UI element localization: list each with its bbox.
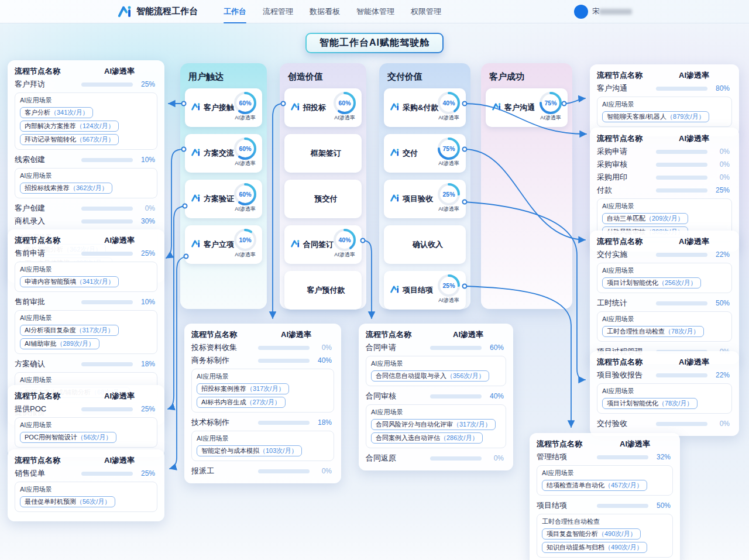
process-node-name: 提供POC: [15, 404, 81, 414]
ai-scenario-tag: AI分析项目复杂度（317次/月）: [20, 325, 119, 336]
panel-header: 流程节点名称AI渗透率: [597, 69, 732, 82]
ai-scenario-tag: 知识自动提炼与归档（490次/月）: [542, 542, 647, 553]
ai-rate-column-header: AI渗透率: [656, 357, 732, 367]
ai-rate-bar-track: [258, 469, 310, 473]
ai-rate-bar: 0%: [258, 467, 334, 475]
ai-rate-column-header: AI渗透率: [81, 66, 157, 77]
process-node-name: 采购用印: [597, 172, 656, 183]
ai-rate-bar-track: [258, 421, 310, 425]
process-node-row: 技术标制作18%: [191, 416, 334, 429]
process-node-row: 线索创建10%: [15, 153, 157, 166]
ai-scenario-tags: 智能聊天客服/机器人（879次/月）: [602, 111, 727, 122]
ai-scenario-tag-text: 内部解决方案推荐: [25, 122, 76, 129]
ai-rate-bar-track: [656, 163, 707, 167]
ai-scenario-tags: 招投标案例推荐（317次/月）AI标书内容生成（27次/月）: [197, 383, 329, 408]
ai-scenario-tags: 项目计划智能优化（78次/月）: [602, 398, 727, 409]
ai-scenario-box: AI应用场景合同风险评分与自动化评审（317次/月）合同案例入选自动评估（286…: [366, 404, 506, 448]
process-node-row: 销售促单25%: [15, 467, 157, 480]
ai-rate-value: 0%: [482, 454, 504, 462]
process-node-name: 采购申请: [597, 146, 656, 157]
ai-scenario-box-label: AI应用场景: [20, 171, 152, 180]
process-node-name: 客户创建: [15, 203, 81, 214]
ai-scenario-box: AI应用场景项目计划智能优化（78次/月）: [597, 383, 732, 414]
node-name-column-header: 流程节点名称: [597, 133, 656, 144]
ai-scenario-box-label: AI应用场景: [371, 408, 501, 417]
ai-scenario-box-label: AI应用场景: [542, 469, 668, 477]
ai-scenario-tags: 工时合理性自动检查（78次/月）: [602, 326, 727, 337]
process-node-name: 合同返原: [366, 453, 430, 463]
ai-rate-bar: 10%: [81, 156, 157, 164]
ai-scenario-tag-count: （567次/月）: [76, 136, 114, 143]
process-detail-panel-r5: 流程节点名称AI渗透率管理结项32%AI应用场景结项检查清单自动化（457次/月…: [530, 433, 680, 560]
panel-header: 流程节点名称AI渗透率: [15, 390, 157, 403]
ai-rate-bar: 25%: [656, 186, 732, 194]
process-node-row: 商务标制作40%: [191, 354, 334, 367]
ai-rate-bar-track: [81, 300, 133, 304]
ai-rate-value: 10%: [133, 156, 155, 164]
ai-scenario-tag: 最佳促单时机预测（56次/月）: [20, 496, 115, 507]
process-node-row: 采购审核0%: [597, 158, 732, 171]
ai-scenario-box-label: AI应用场景: [20, 314, 152, 322]
ai-scenario-tag: 项目计划智能优化（256次/月）: [602, 277, 701, 288]
ai-scenario-box-label: AI应用场景: [20, 96, 152, 105]
ai-rate-column-header: AI渗透率: [258, 329, 334, 340]
process-node-row: 采购用印0%: [597, 171, 732, 184]
ai-scenario-tag-text: 拜访记录智能转化: [25, 136, 76, 143]
ai-scenario-tag: 招投标案例推荐（317次/月）: [197, 383, 289, 394]
process-node-row: 售前审批10%: [15, 296, 157, 308]
ai-scenario-tag-text: 合同风险评分与自动化评审: [376, 421, 453, 428]
process-node-row: 项目结项50%: [537, 499, 673, 512]
panel-header: 流程节点名称AI渗透率: [597, 132, 732, 145]
ai-workbench-dashboard: 智能流程工作台 工作台流程管理数据看板智能体管理权限管理 宋 智能工作台AI赋能…: [0, 0, 749, 560]
ai-scenario-tag: 合同风险评分与自动化评审（317次/月）: [371, 419, 496, 430]
ai-rate-bar-track: [656, 253, 707, 257]
ai-scenario-box: AI应用场景招投标案例推荐（317次/月）AI标书内容生成（27次/月）: [191, 369, 334, 413]
ai-scenario-box: AI应用场景最佳促单时机预测（56次/月）: [15, 482, 157, 512]
ai-scenario-box: AI应用场景智能聊天客服/机器人（879次/月）: [597, 97, 732, 127]
process-node-name: 合同审核: [366, 391, 430, 401]
ai-rate-bar: 0%: [656, 173, 732, 181]
process-node-row: 报派工0%: [191, 465, 334, 477]
ai-scenario-tag: 智能定价与成本模拟（103次/月）: [197, 445, 302, 456]
ai-scenario-box: AI应用场景项目计划智能优化（256次/月）: [597, 263, 732, 293]
process-node-row: 交付验收0%: [597, 417, 732, 430]
process-node-row: 投标资料收集0%: [191, 341, 334, 354]
ai-rate-bar: 25%: [81, 469, 157, 477]
panel-header: 流程节点名称AI渗透率: [366, 328, 506, 341]
ai-scenario-tag-count: （103次/月）: [259, 447, 297, 454]
process-node-row: 提供POC25%: [15, 403, 157, 415]
ai-rate-value: 0%: [707, 147, 730, 156]
node-name-column-header: 流程节点名称: [597, 236, 656, 247]
ai-rate-bar-track: [81, 207, 133, 211]
ai-rate-value: 18%: [310, 418, 332, 427]
ai-scenario-tag: 项目计划智能优化（78次/月）: [602, 398, 698, 409]
ai-rate-value: 30%: [133, 217, 155, 225]
ai-scenario-tags: 最佳促单时机预测（56次/月）: [20, 496, 152, 507]
ai-scenario-tag-text: 工时合理性自动检查: [607, 328, 665, 335]
ai-scenario-box-label: AI应用场景: [602, 202, 727, 211]
ai-scenario-box: AI应用场景客户分析（341次/月）内部解决方案推荐（124次/月）拜访记录智能…: [15, 92, 157, 150]
process-node-name: 工时统计: [597, 298, 656, 308]
ai-scenario-tag: 申请内容智能预填（341次/月）: [20, 276, 119, 287]
ai-rate-value: 50%: [648, 501, 671, 510]
process-node-name: 管理结项: [537, 452, 597, 462]
ai-rate-column-header: AI渗透率: [81, 391, 157, 401]
process-node-name: 方案确认: [15, 359, 81, 369]
ai-scenario-tag-text: 合同信息自动提取与录入: [376, 372, 446, 379]
ai-scenario-tags: AI分析项目复杂度（317次/月）AI辅助审批（289次/月）: [20, 325, 152, 349]
ai-rate-value: 32%: [648, 453, 671, 461]
ai-scenario-box: AI应用场景智能定价与成本模拟（103次/月）: [191, 431, 334, 461]
ai-rate-value: 0%: [133, 204, 155, 212]
ai-scenario-box-label: AI应用场景: [197, 434, 329, 443]
ai-scenario-tag: 内部解决方案推荐（124次/月）: [20, 121, 119, 132]
panel-header: 流程节点名称AI渗透率: [597, 235, 732, 248]
ai-rate-value: 40%: [482, 392, 504, 400]
process-detail-panel-p3: 流程节点名称AI渗透率提供POC25%AI应用场景POC用例智能设计（56次/月…: [8, 385, 164, 457]
ai-rate-bar-track: [656, 150, 707, 154]
ai-scenario-tag-count: （879次/月）: [666, 113, 705, 120]
ai-rate-bar-track: [81, 252, 133, 256]
process-node-row: 客户创建0%: [15, 202, 157, 215]
ai-scenario-tag-text: 最佳促单时机预测: [25, 498, 76, 505]
ai-rate-bar: 40%: [430, 392, 506, 400]
ai-scenario-tag: AI标书内容生成（27次/月）: [197, 397, 286, 408]
